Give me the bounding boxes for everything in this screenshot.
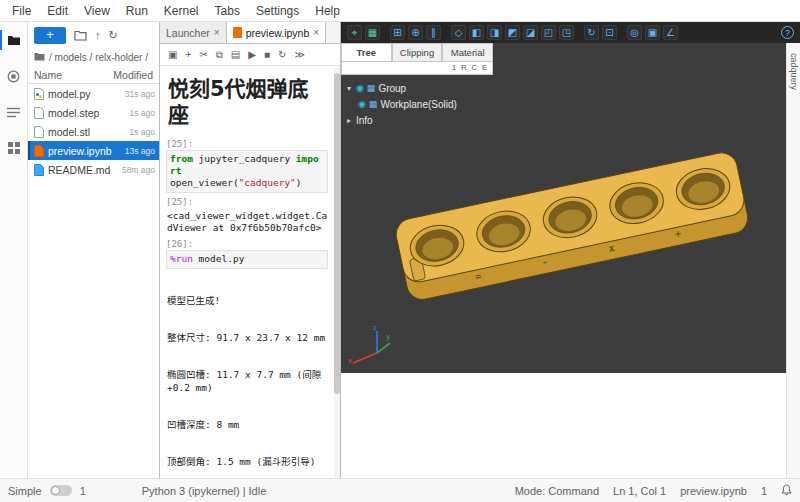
main-area: + ↑ ↻ / models / relx-holder / Name Modi… xyxy=(0,22,800,478)
visibility-eye-icon[interactable]: ◉ xyxy=(358,99,366,109)
ortho-toggle-icon[interactable]: ∥ xyxy=(426,25,441,40)
kernel-status[interactable]: Python 3 (ipykernel) | Idle xyxy=(142,485,267,497)
menu-run[interactable]: Run xyxy=(118,4,156,18)
file-row[interactable]: README.md 58m ago xyxy=(28,160,159,179)
breadcrumb[interactable]: / models / relx-holder / xyxy=(28,48,159,66)
tab-tree[interactable]: Tree xyxy=(341,43,392,62)
transparency-icon[interactable]: ◎ xyxy=(627,25,642,40)
code-editor[interactable]: from jupyter_cadquery importopen_viewer(… xyxy=(166,150,328,193)
right-view-icon[interactable]: ◳ xyxy=(559,25,574,40)
tab-preview-notebook[interactable]: preview.ipynb × xyxy=(227,22,326,43)
mesh-toggle-icon[interactable]: ▦ xyxy=(367,83,376,93)
menu-tabs[interactable]: Tabs xyxy=(207,4,248,18)
running-sessions-icon[interactable] xyxy=(0,66,28,86)
paste-cell-icon[interactable]: ▤ xyxy=(231,49,240,60)
menu-help[interactable]: Help xyxy=(307,4,348,18)
fit-view-icon[interactable]: ⊡ xyxy=(602,25,617,40)
close-icon[interactable]: × xyxy=(313,27,319,38)
iso-view-icon[interactable]: ◇ xyxy=(451,25,466,40)
caret-right-icon[interactable]: ▸ xyxy=(345,116,353,125)
output-line: 整体尺寸: 91.7 x 23.7 x 12 mm xyxy=(167,332,328,344)
expand-all-button[interactable]: E xyxy=(482,63,487,72)
tab-clipping[interactable]: Clipping xyxy=(392,43,443,62)
run-all-icon[interactable]: ≫ xyxy=(294,49,304,60)
menu-settings[interactable]: Settings xyxy=(248,4,307,18)
expand-root-button[interactable]: R xyxy=(461,63,466,72)
new-launcher-button[interactable]: + xyxy=(34,27,66,44)
caret-down-icon[interactable]: ▾ xyxy=(345,84,353,93)
front-view-icon[interactable]: ◧ xyxy=(469,25,484,40)
file-name: model.stl xyxy=(48,126,90,138)
close-icon[interactable]: × xyxy=(214,27,220,38)
axes-gizmo: x z y xyxy=(347,323,393,369)
execution-count: [26]: xyxy=(166,239,328,249)
axes-toggle-icon[interactable]: ⊞ xyxy=(390,25,405,40)
tab-material[interactable]: Material xyxy=(442,43,493,62)
command-mode-indicator[interactable]: Mode: Command xyxy=(515,485,599,497)
grid-toggle-icon[interactable]: ▦ xyxy=(365,25,380,40)
simple-mode-toggle[interactable] xyxy=(50,485,72,496)
info-section-header[interactable]: ▸ Info xyxy=(345,112,491,128)
tree-node-group[interactable]: ▾ ◉ ▦ Group xyxy=(345,80,491,96)
run-cell-icon[interactable]: ▶ xyxy=(248,49,256,60)
menu-kernel[interactable]: Kernel xyxy=(156,4,207,18)
left-activity-bar xyxy=(0,22,28,478)
select-tool-icon[interactable]: ⌖ xyxy=(347,25,362,40)
status-right: Mode: Command Ln 1, Col 1 preview.ipynb … xyxy=(515,484,792,498)
cad-3d-viewport[interactable]: = - x + Tree Clipping Ma xyxy=(341,43,786,373)
menu-bar: File Edit View Run Kernel Tabs Settings … xyxy=(0,0,800,22)
left-view-icon[interactable]: ◰ xyxy=(541,25,556,40)
cad-tab-bar: Tree Clipping Material xyxy=(341,43,493,62)
upload-icon[interactable]: ↑ xyxy=(95,29,101,41)
z-axis-label: z xyxy=(373,323,377,332)
output-line: 模型已生成! xyxy=(167,295,328,307)
restart-kernel-icon[interactable]: ↻ xyxy=(278,49,286,60)
bottom-view-icon[interactable]: ◪ xyxy=(523,25,538,40)
cursor-position[interactable]: Ln 1, Col 1 xyxy=(613,485,666,497)
menu-view[interactable]: View xyxy=(76,4,118,18)
cadquery-side-tab[interactable]: cadquery xyxy=(789,53,799,478)
add-cell-icon[interactable]: + xyxy=(185,49,191,60)
menu-file[interactable]: File xyxy=(4,4,39,18)
copy-cell-icon[interactable]: ⧉ xyxy=(216,49,223,61)
stop-kernel-icon[interactable]: ■ xyxy=(264,49,270,60)
top-view-icon[interactable]: ◩ xyxy=(505,25,520,40)
file-icon xyxy=(34,107,44,119)
file-row[interactable]: model.py 31s ago xyxy=(28,84,159,103)
reset-view-icon[interactable]: ↻ xyxy=(584,25,599,40)
dock-tab-bar: Launcher × preview.ipynb × xyxy=(160,22,340,44)
save-icon[interactable]: ▣ xyxy=(168,49,177,60)
visibility-eye-icon[interactable]: ◉ xyxy=(356,83,364,93)
bell-icon[interactable] xyxy=(781,484,792,498)
markdown-title-cell[interactable]: 悦刻5代烟弹底座 xyxy=(168,76,328,129)
file-browser-panel: + ↑ ↻ / models / relx-holder / Name Modi… xyxy=(28,22,160,478)
cad-body: = - x + Tree Clipping Ma xyxy=(341,43,800,478)
file-browser-icon[interactable] xyxy=(0,30,28,50)
menu-edit[interactable]: Edit xyxy=(39,4,76,18)
refresh-icon[interactable]: ↻ xyxy=(109,29,118,42)
notebook-scrollbar[interactable] xyxy=(334,67,340,478)
code-editor[interactable]: %run model.py xyxy=(166,250,328,268)
table-of-contents-icon[interactable] xyxy=(0,102,28,122)
breadcrumb-path: / models / relx-holder / xyxy=(49,52,148,63)
help-icon[interactable]: ? xyxy=(781,26,794,39)
extension-manager-icon[interactable] xyxy=(0,138,28,158)
file-row-selected[interactable]: preview.ipynb 13s ago xyxy=(28,141,159,160)
scrollbar-thumb[interactable] xyxy=(334,73,340,394)
file-row[interactable]: model.step 1s ago xyxy=(28,103,159,122)
collapse-button[interactable]: C xyxy=(472,63,477,72)
measure-icon[interactable]: ∠ xyxy=(663,25,678,40)
mesh-toggle-icon[interactable]: ▦ xyxy=(369,99,378,109)
cut-cell-icon[interactable]: ✂ xyxy=(199,49,207,60)
new-folder-icon[interactable] xyxy=(74,30,87,41)
tab-launcher[interactable]: Launcher × xyxy=(160,22,227,43)
expand-level-1-button[interactable]: 1 xyxy=(452,63,456,72)
back-view-icon[interactable]: ◨ xyxy=(487,25,502,40)
tree-node-workplane[interactable]: ◉ ▦ Workplane(Solid) xyxy=(345,96,491,112)
file-list-header[interactable]: Name Modified xyxy=(28,66,159,84)
black-edges-icon[interactable]: ▣ xyxy=(645,25,660,40)
file-row[interactable]: model.stl 1s ago xyxy=(28,122,159,141)
terminals-count[interactable]: 1 xyxy=(80,485,86,497)
axes0-toggle-icon[interactable]: ⊕ xyxy=(408,25,423,40)
file-name: model.step xyxy=(48,107,99,119)
